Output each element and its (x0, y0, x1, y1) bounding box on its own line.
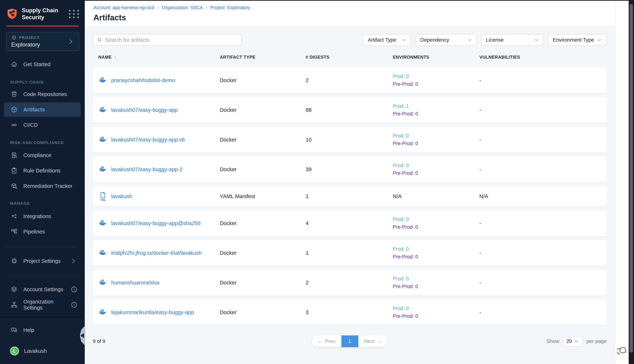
preprod-env-link[interactable]: Pre-Prod: 0 (393, 80, 479, 88)
vulnerabilities-cell: - (479, 77, 601, 84)
artifact-type-cell: Docker (220, 310, 306, 316)
arrow-right-icon: → (377, 338, 382, 344)
digests-cell: 3 (306, 310, 393, 316)
table-row[interactable]: YML lavakush YAML Manifest 1 N/A N/A (93, 186, 607, 206)
table-row[interactable]: tejakummarikuntla/easy-buggy-app Docker … (93, 300, 607, 325)
project-selector[interactable]: PROJECT Exploratory (6, 32, 79, 51)
artifact-name-link[interactable]: lavakush07/easy-buggy-app (111, 107, 178, 113)
sidebar-footer: ? Help L Lavakush (0, 317, 85, 364)
table-row[interactable]: lavakush07/easy-buggy-app:v6 Docker 10 P… (93, 127, 607, 152)
preprod-env-link[interactable]: Pre-Prod: 0 (393, 140, 479, 147)
column-name: NAME (98, 54, 220, 60)
prev-page-button[interactable]: ← Prev (312, 336, 342, 347)
sidebar-item-account-settings[interactable]: Account Settings (0, 282, 85, 296)
sidebar-item-get-started[interactable]: Get Started (0, 57, 85, 72)
page-number-current[interactable]: 1 (342, 336, 358, 347)
vulnerabilities-cell: - (479, 107, 601, 113)
sidebar: Supply Chain Security PROJECT Explorator… (0, 0, 85, 364)
prod-env-link[interactable]: Prod: 0 (393, 275, 479, 282)
user-menu[interactable]: L Lavakush (0, 344, 85, 358)
artifact-name-link[interactable]: lavakush07/easy-buggy-app:v6 (111, 137, 185, 143)
prod-env-link[interactable]: Prod: 0 (393, 132, 479, 140)
prod-env-link[interactable]: Prod: 0 (393, 216, 479, 223)
page-content: Artifact Type Dependency License Environ… (85, 27, 615, 347)
artifact-name-link[interactable]: lavakush (111, 193, 132, 200)
help-button[interactable]: ? Help (0, 323, 85, 337)
prod-env-link[interactable]: Prod: 1 (393, 102, 479, 110)
preprod-env-link[interactable]: Pre-Prod: 0 (393, 110, 479, 118)
window-top-edge (0, 0, 634, 1)
breadcrumb-project-link[interactable]: Project: Exploratory (210, 5, 250, 10)
scrollbar-thumb[interactable] (629, 4, 633, 353)
chat-support-icon[interactable] (617, 346, 627, 356)
table-row[interactable]: lavakush07/easy-buggy-app Docker 88 Prod… (93, 97, 607, 123)
artifact-name-link[interactable]: lavakush07/easy-buggy-app-2 (111, 166, 183, 172)
artifact-name-link[interactable]: pranaycshah/todolist-demo (111, 77, 175, 84)
docker-icon (98, 279, 108, 286)
sidebar-item-remediation-tracker[interactable]: Remediation Tracker (0, 179, 85, 193)
main-area: Account: app-harness-ng-cicd › Organizat… (85, 0, 615, 364)
chevron-right-icon (69, 257, 77, 265)
sidebar-divider (6, 276, 79, 276)
filter-artifact-type[interactable]: Artifact Type (363, 34, 411, 46)
prod-env-link[interactable]: Prod: 0 (393, 304, 479, 312)
artifact-name-link[interactable]: humanshuarora/slsa (111, 280, 159, 286)
toolbar: Artifact Type Dependency License Environ… (93, 34, 607, 46)
table-row[interactable]: trialpfv2hi.jfrog.io/docker-trial/lavaku… (93, 240, 607, 266)
preprod-env-link[interactable]: Pre-Prod: 0 (393, 223, 479, 231)
table-row[interactable]: lavakush07/easy-buggy-app@sha256 Docker … (93, 210, 607, 236)
sidebar-item-artifacts[interactable]: Artifacts (4, 102, 81, 117)
docker-icon (98, 249, 108, 256)
preprod-env-link[interactable]: Pre-Prod: 0 (393, 169, 479, 177)
next-page-button[interactable]: Next → (358, 336, 388, 347)
sidebar-item-project-settings[interactable]: ⚙ Project Settings (0, 254, 85, 268)
filter-dependency[interactable]: Dependency (415, 34, 477, 46)
prev-label: Prev (325, 338, 336, 344)
preprod-env-link[interactable]: Pre-Prod: 0 (393, 312, 479, 320)
sort-icon[interactable] (113, 55, 117, 59)
table-row[interactable]: humanshuarora/slsa Docker 2 Prod: 0Pre-P… (93, 270, 607, 296)
prod-env-link[interactable]: Prod: 0 (393, 72, 479, 80)
search-input[interactable] (105, 37, 237, 43)
filter-environment-type[interactable]: Environment Type (548, 34, 607, 46)
page-size-control: Show 20 per page (546, 336, 607, 346)
prod-env-link[interactable]: Prod: 0 (393, 245, 479, 253)
vulnerabilities-cell: N/A (479, 193, 601, 200)
environments-na: N/A (393, 193, 402, 199)
digests-cell: 2 (306, 280, 393, 286)
digests-cell: 88 (306, 107, 393, 113)
page-size-value: 20 (566, 338, 572, 344)
sidebar-item-rule-definitions[interactable]: Rule Definitions (0, 164, 85, 178)
sidebar-item-compliance[interactable]: Compliance (0, 148, 85, 162)
docker-icon (98, 136, 108, 143)
app-switcher-icon[interactable] (69, 8, 79, 19)
sidebar-item-code-repositories[interactable]: Code Repositories (0, 87, 85, 101)
digests-cell: 4 (306, 220, 393, 226)
vulnerabilities-cell: - (479, 220, 601, 226)
breadcrumb-account-link[interactable]: Account: app-harness-ng-cicd (93, 5, 154, 10)
breadcrumb-organization-link[interactable]: Organization: SSCA (162, 5, 203, 10)
preprod-env-link[interactable]: Pre-Prod: 0 (393, 253, 479, 261)
prod-env-link[interactable]: Prod: 0 (393, 162, 479, 169)
sidebar-item-pipelines[interactable]: Pipelines (0, 224, 85, 239)
filter-group: Artifact Type Dependency License Environ… (363, 34, 607, 46)
artifact-name-link[interactable]: trialpfv2hi.jfrog.io/docker-trial/lavaku… (111, 250, 202, 256)
preprod-env-link[interactable]: Pre-Prod: 0 (393, 282, 479, 290)
table-row[interactable]: pranaycshah/todolist-demo Docker 2 Prod:… (93, 68, 607, 93)
table-row[interactable]: lavakush07/easy-buggy-app-2 Docker 39 Pr… (93, 156, 607, 182)
sidebar-item-integrations[interactable]: Integrations (0, 209, 85, 224)
artifact-name-link[interactable]: tejakummarikuntla/easy-buggy-app (111, 310, 194, 316)
filter-license[interactable]: License (481, 34, 544, 46)
sidebar-item-cicd[interactable]: CI/CD (0, 118, 85, 132)
breadcrumb-separator: › (157, 5, 159, 10)
scrollbar-track[interactable] (629, 0, 634, 364)
artifact-name-link[interactable]: lavakush07/easy-buggy-app@sha256 (111, 220, 200, 226)
chevron-down-icon (574, 338, 579, 344)
info-icon[interactable] (70, 285, 78, 294)
avatar: L (10, 346, 19, 356)
clipboard-check-icon (10, 166, 18, 175)
page-size-select[interactable]: 20 (562, 336, 583, 346)
sidebar-item-organization-settings[interactable]: Organization Settings (0, 298, 85, 312)
digests-cell: 39 (306, 166, 393, 172)
info-icon[interactable] (70, 301, 78, 309)
